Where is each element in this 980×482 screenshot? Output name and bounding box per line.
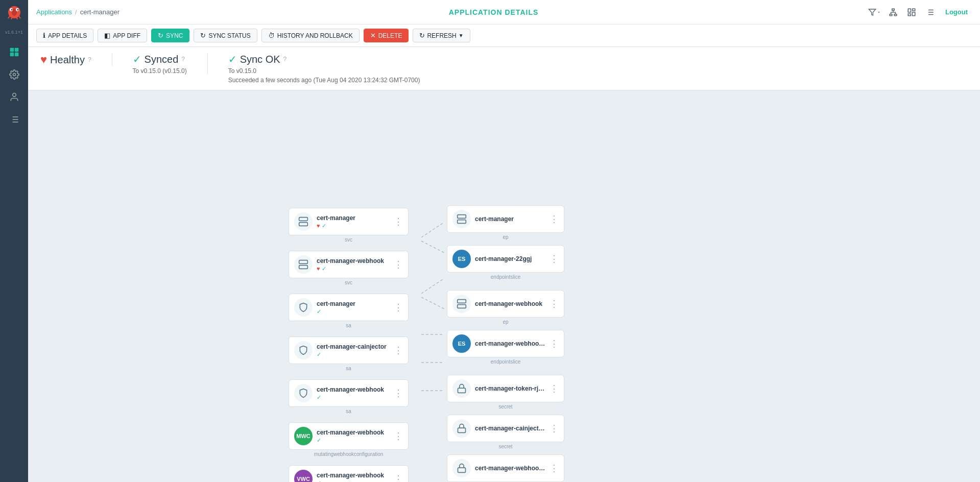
svg-rect-55: [458, 215, 466, 219]
svg-line-41: [421, 241, 444, 253]
node-menu-button[interactable]: ⋮: [394, 260, 403, 269]
refresh-dropdown-icon: ▼: [459, 33, 464, 38]
sync-ok-sub2: Succeeded a few seconds ago (Tue Aug 04 …: [228, 77, 420, 84]
sync-check: ✓: [322, 223, 326, 229]
node-es-webhook-vjbzh[interactable]: ES cert-manager-webhook-vjbzh ⋮ endpoint…: [447, 330, 564, 365]
node-type-label: ep: [503, 234, 508, 240]
topbar: Applications / cert-manager APPLICATION …: [28, 0, 980, 25]
node-menu-button[interactable]: ⋮: [549, 339, 559, 348]
node-type-label: mutatingwebhookconfiguration: [314, 451, 384, 457]
node-menu-button[interactable]: ⋮: [394, 389, 403, 398]
sidebar-item-settings[interactable]: [5, 65, 23, 84]
app-details-button[interactable]: ℹ APP DETAILS: [36, 29, 93, 42]
sidebar-item-logs[interactable]: [5, 110, 23, 129]
svg-rect-23: [892, 9, 895, 10]
svg-marker-22: [869, 9, 875, 15]
sync-check: ✓: [317, 308, 321, 315]
node-type-label: endpointslice: [491, 274, 520, 280]
logout-button[interactable]: Logout: [941, 6, 972, 18]
delete-button[interactable]: ✕ DELETE: [364, 29, 409, 42]
node-menu-button[interactable]: ⋮: [394, 474, 403, 482]
svg-rect-48: [299, 223, 308, 226]
sync-status-icon: ↻: [200, 32, 206, 39]
sync-ok-help-icon[interactable]: ?: [283, 56, 287, 63]
node-sa-webhook[interactable]: cert-manager-webhook ✓ ⋮ sa: [289, 379, 409, 414]
app-logo[interactable]: [4, 4, 25, 25]
node-icon: [452, 295, 471, 313]
sync-status-button[interactable]: ↻ SYNC STATUS: [194, 29, 257, 42]
heart-icon: ♥: [40, 53, 47, 66]
node-menu-button[interactable]: ⋮: [394, 303, 403, 312]
node-type-label: sa: [346, 408, 351, 414]
svg-line-40: [421, 222, 444, 237]
svg-rect-10: [10, 48, 14, 52]
node-sa-cainjector[interactable]: cert-manager-cainjector ✓ ⋮ sa: [289, 336, 409, 371]
node-icon: MWC: [294, 427, 313, 445]
node-svc-cert-manager-webhook[interactable]: cert-manager-webhook ♥ ✓ ⋮ svc: [289, 251, 409, 285]
node-name: cert-manager-webhook: [317, 472, 390, 479]
node-menu-button[interactable]: ⋮: [549, 299, 559, 308]
node-name: cert-manager-webhook: [475, 300, 545, 307]
health-help-icon[interactable]: ?: [88, 56, 91, 63]
node-type-label: ep: [503, 319, 508, 325]
hierarchy-icon[interactable]: [886, 5, 900, 19]
health-heart: ♥: [317, 266, 320, 272]
sidebar-item-applications[interactable]: [5, 43, 23, 61]
app-diff-button[interactable]: ◧ APP DIFF: [98, 29, 147, 42]
topbar-actions: Logout: [868, 5, 972, 19]
svg-rect-11: [14, 48, 18, 52]
svg-rect-12: [10, 53, 14, 57]
health-status: ♥ Healthy ?: [40, 53, 91, 66]
node-icon: [452, 419, 471, 438]
node-menu-button[interactable]: ⋮: [549, 424, 559, 433]
node-vwc[interactable]: VWC cert-manager-webhook ✓ ⋮ validatingw…: [289, 465, 409, 482]
sidebar: v1.6.1+1: [0, 0, 28, 482]
node-menu-button[interactable]: ⋮: [394, 346, 403, 355]
refresh-button[interactable]: ↻ REFRESH ▼: [413, 29, 470, 42]
node-es-cert-manager-22ggj[interactable]: ES cert-manager-22ggj ⋮ endpointslice: [447, 245, 564, 280]
list-view-icon[interactable]: [923, 5, 937, 19]
breadcrumb-parent[interactable]: Applications: [36, 8, 72, 16]
node-type-label: svc: [345, 237, 352, 243]
svg-line-6: [8, 15, 10, 18]
sync-check: ✓: [322, 266, 326, 272]
node-ep-cert-manager-webhook[interactable]: cert-manager-webhook ⋮ ep: [447, 290, 564, 325]
node-sa-cert-manager[interactable]: cert-manager ✓ ⋮ sa: [289, 294, 409, 328]
node-ep-cert-manager[interactable]: cert-manager ⋮ ep: [447, 205, 564, 240]
svg-rect-60: [458, 428, 466, 432]
node-type-label: svc: [345, 280, 352, 285]
node-menu-button[interactable]: ⋮: [549, 214, 559, 224]
node-svc-cert-manager[interactable]: cert-manager ♥ ✓ ⋮ svc: [289, 208, 409, 243]
sync-sub: To v0.15.0 (v0.15.0): [133, 67, 187, 75]
node-secret-cainjector-token[interactable]: cert-manager-cainjector-token-... ⋮ secr…: [447, 415, 564, 449]
app-diff-label: APP DIFF: [113, 32, 140, 39]
node-menu-button[interactable]: ⋮: [394, 217, 403, 226]
svg-rect-59: [458, 388, 466, 393]
node-name: cert-manager-cainjector: [317, 343, 390, 350]
node-secret-webhook-token[interactable]: cert-manager-webhook-token-v... ⋮ secret: [447, 454, 564, 482]
health-status-section: ♥ Healthy ?: [40, 53, 112, 66]
svg-point-5: [17, 9, 18, 11]
node-menu-button[interactable]: ⋮: [549, 384, 559, 393]
sync-status-label: SYNC STATUS: [208, 32, 250, 39]
history-rollback-button[interactable]: ⏱ HISTORY AND ROLLBACK: [261, 29, 360, 42]
svg-rect-61: [458, 468, 466, 472]
node-name: cert-manager-webhook-token-v...: [475, 465, 545, 472]
sync-check-icon: ✓: [133, 53, 141, 65]
breadcrumb: Applications / cert-manager: [36, 8, 119, 16]
filter-icon[interactable]: [868, 5, 882, 19]
node-name: cert-manager-webhook: [317, 257, 390, 264]
node-secret-cert-manager-token[interactable]: cert-manager-token-rjskc ⋮ secret: [447, 375, 564, 409]
node-icon: [294, 255, 313, 274]
node-name: cert-manager-webhook: [317, 429, 390, 436]
node-menu-button[interactable]: ⋮: [549, 464, 559, 473]
node-mwc[interactable]: MWC cert-manager-webhook ✓ ⋮ mutatingweb…: [289, 422, 409, 457]
layout-icon[interactable]: [904, 5, 919, 19]
sidebar-item-user[interactable]: [5, 88, 23, 106]
node-menu-button[interactable]: ⋮: [394, 431, 403, 441]
node-menu-button[interactable]: ⋮: [549, 254, 559, 263]
sync-help-icon[interactable]: ?: [181, 56, 185, 63]
sync-ok-check-icon: ✓: [228, 53, 237, 65]
sync-button[interactable]: ↻ SYNC: [151, 29, 189, 42]
sync-check: ✓: [317, 480, 321, 483]
